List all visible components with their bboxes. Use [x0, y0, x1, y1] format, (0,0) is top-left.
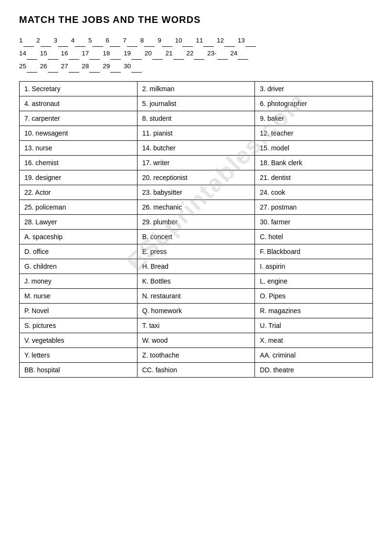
- table-cell: K. Bottles: [137, 274, 255, 289]
- table-cell: 14. butcher: [137, 141, 255, 156]
- numbering-row-1: 1 2 3 4 5 6 7 8 9 10 11 12 13: [19, 34, 373, 47]
- table-cell: 4. astronaut: [20, 96, 138, 111]
- table-cell: U. Trial: [255, 318, 373, 333]
- table-row: 7. carpenter8. student9. baker: [20, 111, 373, 126]
- table-row: A. spaceshipB. concertC. hotel: [20, 230, 373, 244]
- table-cell: 25. policeman: [20, 200, 138, 215]
- numbering-row-3: 25 26 27 28 29 30: [19, 60, 373, 73]
- table-row: 16. chemist17. writer18. Bank clerk: [20, 156, 373, 170]
- table-cell: E. press: [137, 244, 255, 259]
- numbering-section: 1 2 3 4 5 6 7 8 9 10 11 12 13 14 15 16 1…: [19, 34, 373, 73]
- table-row: D. officeE. pressF. Blackboard: [20, 244, 373, 259]
- table-row: 10. newsagent11. pianist12. teacher: [20, 126, 373, 141]
- table-cell: 15. model: [255, 141, 373, 156]
- table-cell: 1. Secretary: [20, 82, 138, 96]
- table-cell: AA. criminal: [255, 348, 373, 363]
- table-cell: I. aspirin: [255, 259, 373, 274]
- table-cell: B. concert: [137, 230, 255, 244]
- table-cell: DD. theatre: [255, 363, 373, 378]
- table-row: 28. Lawyer29. plumber30. farmer: [20, 215, 373, 230]
- table-cell: X. meat: [255, 333, 373, 348]
- table-cell: H. Bread: [137, 259, 255, 274]
- table-cell: Y. letters: [20, 348, 138, 363]
- table-cell: 23. babysitter: [137, 185, 255, 200]
- table-cell: F. Blackboard: [255, 244, 373, 259]
- table-cell: D. office: [20, 244, 138, 259]
- table-cell: 29. plumber: [137, 215, 255, 230]
- table-cell: N. restaurant: [137, 289, 255, 304]
- table-row: BB. hospitalCC. fashionDD. theatre: [20, 363, 373, 378]
- numbering-row-2: 14 15 16 17 18 19 20 21 22 23- 24: [19, 47, 373, 60]
- matching-table: 1. Secretary2. milkman3. driver4. astron…: [19, 81, 373, 378]
- table-cell: CC. fashion: [137, 363, 255, 378]
- table-cell: 19. designer: [20, 170, 138, 185]
- table-cell: V. vegetables: [20, 333, 138, 348]
- table-cell: R. magazines: [255, 304, 373, 318]
- table-row: J. moneyK. BottlesL. engine: [20, 274, 373, 289]
- table-cell: 28. Lawyer: [20, 215, 138, 230]
- table-cell: 30. farmer: [255, 215, 373, 230]
- table-cell: 16. chemist: [20, 156, 138, 170]
- table-cell: 27. postman: [255, 200, 373, 215]
- table-row: 4. astronaut5. journalist6. photographer: [20, 96, 373, 111]
- table-cell: 18. Bank clerk: [255, 156, 373, 170]
- table-cell: 9. baker: [255, 111, 373, 126]
- table-cell: 10. newsagent: [20, 126, 138, 141]
- table-cell: 13. nurse: [20, 141, 138, 156]
- table-row: P. NovelQ. homeworkR. magazines: [20, 304, 373, 318]
- table-cell: 17. writer: [137, 156, 255, 170]
- table-row: S. picturesT. taxiU. Trial: [20, 318, 373, 333]
- table-cell: 20. receptionist: [137, 170, 255, 185]
- table-row: 1. Secretary2. milkman3. driver: [20, 82, 373, 96]
- table-row: 13. nurse14. butcher15. model: [20, 141, 373, 156]
- table-cell: BB. hospital: [20, 363, 138, 378]
- table-cell: 2. milkman: [137, 82, 255, 96]
- table-cell: 12. teacher: [255, 126, 373, 141]
- table-row: 19. designer20. receptionist21. dentist: [20, 170, 373, 185]
- table-cell: Z. toothache: [137, 348, 255, 363]
- table-cell: J. money: [20, 274, 138, 289]
- table-cell: L. engine: [255, 274, 373, 289]
- table-cell: 5. journalist: [137, 96, 255, 111]
- table-cell: T. taxi: [137, 318, 255, 333]
- table-row: M. nurseN. restaurantO. Pipes: [20, 289, 373, 304]
- table-cell: M. nurse: [20, 289, 138, 304]
- table-cell: 21. dentist: [255, 170, 373, 185]
- page-title: MATCH THE JOBS AND THE WORDS: [19, 14, 373, 25]
- table-cell: 11. pianist: [137, 126, 255, 141]
- table-cell: 8. student: [137, 111, 255, 126]
- table-row: G. childrenH. BreadI. aspirin: [20, 259, 373, 274]
- table-cell: A. spaceship: [20, 230, 138, 244]
- table-row: 25. policeman26. mechanic27. postman: [20, 200, 373, 215]
- table-cell: 26. mechanic: [137, 200, 255, 215]
- table-cell: Q. homework: [137, 304, 255, 318]
- table-cell: S. pictures: [20, 318, 138, 333]
- table-cell: C. hotel: [255, 230, 373, 244]
- table-row: 22. Actor23. babysitter24. cook: [20, 185, 373, 200]
- table-cell: O. Pipes: [255, 289, 373, 304]
- table-cell: 6. photographer: [255, 96, 373, 111]
- table-cell: 24. cook: [255, 185, 373, 200]
- table-cell: 22. Actor: [20, 185, 138, 200]
- table-cell: 3. driver: [255, 82, 373, 96]
- table-row: V. vegetablesW. woodX. meat: [20, 333, 373, 348]
- table-cell: P. Novel: [20, 304, 138, 318]
- table-cell: 7. carpenter: [20, 111, 138, 126]
- table-row: Y. lettersZ. toothacheAA. criminal: [20, 348, 373, 363]
- table-cell: G. children: [20, 259, 138, 274]
- table-cell: W. wood: [137, 333, 255, 348]
